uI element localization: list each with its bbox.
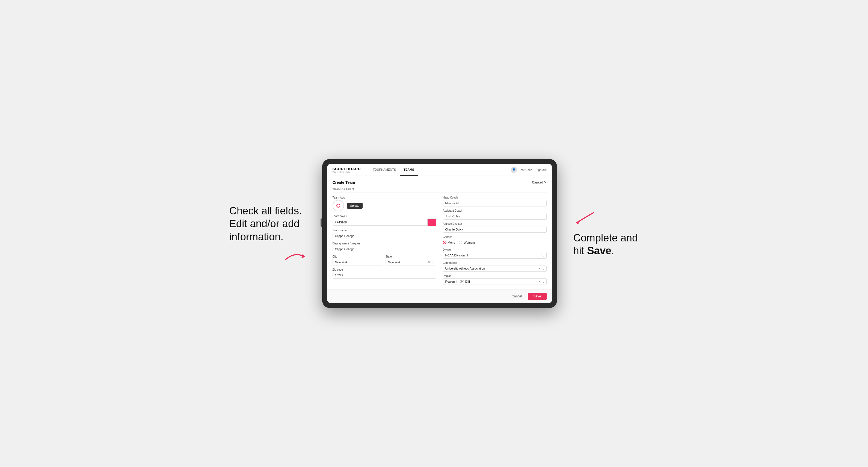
zip-code-group: Zip code [333,268,436,279]
page-title-text: Create Team [333,180,355,185]
logo-area: C Upload [333,200,436,211]
gender-womens-radio[interactable]: Womens [459,241,475,244]
zip-code-input[interactable] [333,272,436,279]
state-group: State New York ✕ ⌃⌄ [385,255,436,266]
svg-marker-0 [302,254,305,258]
city-state-row: City State New York ✕ [333,255,436,266]
gender-group: Gender Mens Womens [443,236,547,246]
zip-code-label: Zip code [333,268,436,271]
color-input-wrap [333,218,436,226]
conference-select[interactable]: University Athletic Association [443,265,547,272]
upload-button[interactable]: Upload [347,203,363,209]
womens-radio-indicator [459,241,462,244]
region-select[interactable]: Region II - (M) DIII [443,278,547,285]
state-select-wrap: New York ✕ ⌃⌄ [385,259,436,266]
save-button[interactable]: Save [528,293,546,300]
team-logo-group: Team logo C Upload [333,196,436,212]
state-clear-icon[interactable]: ✕ [428,260,430,264]
conference-select-wrap: University Athletic Association ✕ ⌃⌄ [443,265,547,272]
head-coach-label: Head Coach [443,196,547,199]
pink-arrow-left [284,249,306,262]
athletic-director-input[interactable] [443,226,547,233]
form-col-left: Team logo C Upload Team colour [333,196,436,285]
mens-radio-indicator [443,241,446,244]
assistant-coach-label: Assistant Coach [443,209,547,212]
assistant-coach-group: Assistant Coach [443,209,547,220]
team-colour-input[interactable] [333,219,428,225]
athletic-director-label: Athletic Director [443,222,547,225]
conference-group: Conference University Athletic Associati… [443,261,547,272]
annotation-left: Check all fields. Edit and/or add inform… [229,205,306,263]
region-clear-icon[interactable]: ✕ [538,280,540,283]
nav-link-teams[interactable]: TEAMS [400,164,418,176]
annotation-right-text: Complete and hit Save. [574,231,639,257]
conference-label: Conference [443,261,547,264]
tablet-frame: SCOREBOARD Powered by clippd TOURNAMENTS… [322,159,557,308]
team-colour-group: Team colour [333,215,436,226]
team-name-group: Team name [333,229,436,239]
section-label: TEAM DETAILS [333,188,547,193]
cancel-top-button[interactable]: Cancel ✕ [532,181,546,184]
pink-arrow-right [574,210,595,226]
display-name-group: Display name (unique) [333,242,436,252]
conference-clear-icon[interactable]: ✕ [538,267,540,270]
region-label: Region [443,275,547,277]
form-col-right: Head Coach Assistant Coach Athletic Dire… [443,196,547,285]
division-label: Division [443,248,547,251]
nav-right: 👤 Test User | Sign out [511,167,547,173]
color-swatch[interactable] [428,218,436,226]
team-name-input[interactable] [333,233,436,239]
nav-avatar: 👤 [511,167,517,173]
nav-links: TOURNAMENTS TEAMS [369,164,418,176]
annotation-right: Complete and hit Save. [574,210,639,257]
division-group: Division NCAA Division III ⌃⌄ [443,248,547,259]
gender-mens-radio[interactable]: Mens [443,241,455,244]
form-footer: Cancel Save [327,289,552,303]
svg-marker-1 [576,221,579,225]
nav-link-tournaments[interactable]: TOURNAMENTS [369,164,400,176]
division-select-wrap: NCAA Division III ⌃⌄ [443,252,547,259]
logo-circle: C [333,200,344,211]
nav-logo: SCOREBOARD Powered by clippd [333,167,361,173]
region-select-wrap: Region II - (M) DIII ✕ ⌃⌄ [443,278,547,285]
region-group: Region Region II - (M) DIII ✕ ⌃⌄ [443,275,547,285]
city-group: City [333,255,383,266]
team-logo-label: Team logo [333,196,436,199]
nav-logo-title: SCOREBOARD [333,167,361,171]
head-coach-group: Head Coach [443,196,547,207]
form-grid: Team logo C Upload Team colour [333,196,547,285]
city-label: City [333,255,383,258]
division-select[interactable]: NCAA Division III [443,252,547,259]
city-input[interactable] [333,259,383,266]
gender-row: Mens Womens [443,239,547,246]
tablet-screen: SCOREBOARD Powered by clippd TOURNAMENTS… [327,164,552,303]
cancel-button[interactable]: Cancel [508,293,525,300]
assistant-coach-input[interactable] [443,213,547,220]
display-name-label: Display name (unique) [333,242,436,245]
main-content: Create Team Cancel ✕ TEAM DETAILS Team l… [327,176,552,289]
sign-out-link[interactable]: Sign out [535,168,546,172]
page-header: Create Team Cancel ✕ [333,180,547,185]
team-name-label: Team name [333,229,436,232]
state-label: State [385,255,436,258]
athletic-director-group: Athletic Director [443,222,547,233]
gender-label: Gender [443,236,547,239]
nav-logo-subtitle: Powered by clippd [333,171,361,173]
city-state-group: City State New York ✕ [333,255,436,266]
nav-bar: SCOREBOARD Powered by clippd TOURNAMENTS… [327,164,552,176]
head-coach-input[interactable] [443,200,547,207]
nav-user: Test User | [519,168,533,172]
display-name-input[interactable] [333,246,436,252]
team-colour-label: Team colour [333,215,436,218]
